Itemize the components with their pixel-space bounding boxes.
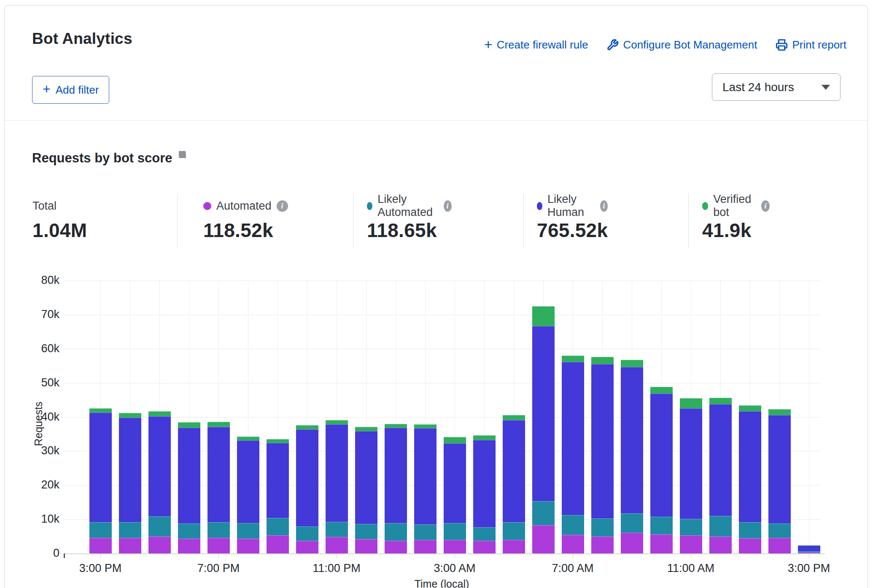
bar-segment-likely-human[interactable]: [296, 429, 318, 526]
bar-segment-verified-bot[interactable]: [709, 398, 732, 404]
bar-segment-verified-bot[interactable]: [798, 545, 820, 546]
bar-segment-likely-human[interactable]: [680, 408, 702, 518]
x-axis-tick-label: 7:00 PM: [172, 562, 265, 575]
bar-segment-likely-human[interactable]: [414, 428, 436, 524]
bar-segment-likely-human[interactable]: [355, 431, 377, 523]
bar-segment-likely-human[interactable]: [768, 415, 791, 523]
bar-segment-likely-human[interactable]: [621, 367, 643, 513]
bar-segment-likely-automated[interactable]: [148, 516, 171, 537]
bar-segment-likely-human[interactable]: [207, 427, 230, 522]
bar-segment-likely-human[interactable]: [148, 416, 171, 516]
bar-segment-automated[interactable]: [709, 537, 732, 553]
bar-segment-automated[interactable]: [650, 534, 673, 553]
bar-segment-likely-automated[interactable]: [119, 522, 141, 538]
bar-segment-likely-automated[interactable]: [739, 522, 761, 538]
bar-segment-likely-automated[interactable]: [532, 501, 555, 525]
bar-segment-likely-human[interactable]: [385, 428, 407, 523]
bar-segment-likely-human[interactable]: [503, 420, 525, 522]
bar-segment-likely-automated[interactable]: [207, 522, 230, 538]
bar-segment-verified-bot[interactable]: [355, 427, 377, 432]
bar-segment-automated[interactable]: [503, 540, 525, 553]
bar-segment-verified-bot[interactable]: [267, 439, 289, 443]
bar-segment-verified-bot[interactable]: [326, 420, 348, 425]
bar-segment-likely-human[interactable]: [798, 545, 820, 551]
bar-segment-automated[interactable]: [473, 541, 496, 553]
bar-segment-verified-bot[interactable]: [444, 437, 466, 443]
bar-segment-likely-human[interactable]: [650, 394, 673, 517]
bar-segment-likely-automated[interactable]: [473, 527, 496, 541]
bar-segment-likely-human[interactable]: [562, 362, 584, 515]
bar-segment-likely-automated[interactable]: [709, 516, 732, 537]
bar-segment-likely-automated[interactable]: [798, 551, 820, 552]
bar-segment-likely-human[interactable]: [473, 440, 496, 527]
bar-segment-likely-automated[interactable]: [414, 524, 436, 539]
bar-segment-automated[interactable]: [680, 535, 702, 553]
bar-segment-verified-bot[interactable]: [650, 387, 673, 394]
bar-segment-likely-human[interactable]: [119, 418, 141, 522]
bar-segment-likely-human[interactable]: [444, 443, 466, 523]
bar-segment-likely-automated[interactable]: [296, 526, 318, 541]
bar-segment-verified-bot[interactable]: [385, 424, 407, 428]
bar-segment-verified-bot[interactable]: [532, 306, 555, 326]
bar-segment-likely-automated[interactable]: [444, 523, 466, 540]
bar-segment-automated[interactable]: [207, 538, 230, 553]
bar-segment-likely-human[interactable]: [709, 404, 732, 516]
bar-segment-automated[interactable]: [385, 541, 407, 553]
bar-segment-likely-automated[interactable]: [385, 523, 407, 541]
bar-segment-verified-bot[interactable]: [237, 437, 259, 441]
bar-segment-automated[interactable]: [768, 538, 791, 553]
bar-segment-likely-automated[interactable]: [768, 523, 791, 538]
bar-segment-automated[interactable]: [444, 540, 466, 553]
bar-segment-verified-bot[interactable]: [591, 357, 614, 364]
bar-segment-likely-human[interactable]: [532, 326, 555, 502]
bar-segment-likely-automated[interactable]: [89, 522, 112, 538]
bar-segment-automated[interactable]: [296, 541, 318, 553]
bar-segment-automated[interactable]: [119, 538, 141, 553]
bar-segment-likely-automated[interactable]: [621, 513, 643, 533]
bar-segment-likely-automated[interactable]: [680, 519, 702, 536]
bar-segment-verified-bot[interactable]: [148, 411, 171, 416]
bar-segment-verified-bot[interactable]: [680, 398, 702, 408]
bar-segment-verified-bot[interactable]: [739, 405, 761, 411]
bar-segment-verified-bot[interactable]: [119, 413, 141, 418]
bar-segment-likely-automated[interactable]: [591, 518, 614, 537]
bar-segment-verified-bot[interactable]: [414, 424, 436, 429]
bar-segment-automated[interactable]: [355, 539, 377, 553]
bar-segment-automated[interactable]: [148, 537, 171, 553]
bar-segment-likely-automated[interactable]: [355, 524, 377, 539]
bar-segment-likely-automated[interactable]: [650, 517, 673, 534]
bar-segment-automated[interactable]: [89, 538, 112, 553]
bar-segment-likely-automated[interactable]: [178, 523, 200, 539]
bar-segment-likely-human[interactable]: [237, 440, 259, 523]
bar-segment-automated[interactable]: [532, 525, 555, 553]
bar-segment-likely-automated[interactable]: [237, 523, 259, 539]
bar-segment-automated[interactable]: [414, 540, 436, 553]
bar-segment-automated[interactable]: [267, 535, 289, 553]
bar-segment-verified-bot[interactable]: [503, 415, 525, 420]
bar-segment-automated[interactable]: [591, 537, 614, 553]
bar-segment-automated[interactable]: [326, 537, 348, 553]
bar-segment-likely-automated[interactable]: [267, 518, 289, 535]
bar-segment-verified-bot[interactable]: [178, 422, 200, 428]
bar-segment-automated[interactable]: [237, 539, 259, 553]
bar-segment-likely-human[interactable]: [89, 413, 112, 522]
bar-segment-likely-human[interactable]: [591, 364, 614, 518]
bar-segment-likely-human[interactable]: [739, 411, 761, 522]
bar-segment-verified-bot[interactable]: [89, 408, 112, 413]
bar-segment-verified-bot[interactable]: [562, 356, 584, 362]
bar-segment-automated[interactable]: [621, 533, 643, 553]
bar-segment-verified-bot[interactable]: [207, 422, 230, 427]
bar-segment-automated[interactable]: [562, 535, 584, 553]
bar-segment-verified-bot[interactable]: [473, 435, 496, 440]
bar-segment-likely-human[interactable]: [326, 424, 348, 521]
bar-segment-likely-automated[interactable]: [562, 515, 584, 535]
bar-segment-likely-automated[interactable]: [503, 522, 525, 540]
bar-segment-likely-automated[interactable]: [326, 522, 348, 537]
bar-segment-verified-bot[interactable]: [296, 425, 318, 429]
bar-segment-verified-bot[interactable]: [768, 409, 791, 415]
bar-segment-automated[interactable]: [739, 538, 761, 553]
bar-segment-automated[interactable]: [178, 539, 200, 553]
bar-segment-likely-human[interactable]: [267, 443, 289, 518]
bar-segment-verified-bot[interactable]: [621, 360, 643, 367]
bar-segment-likely-human[interactable]: [178, 428, 200, 523]
